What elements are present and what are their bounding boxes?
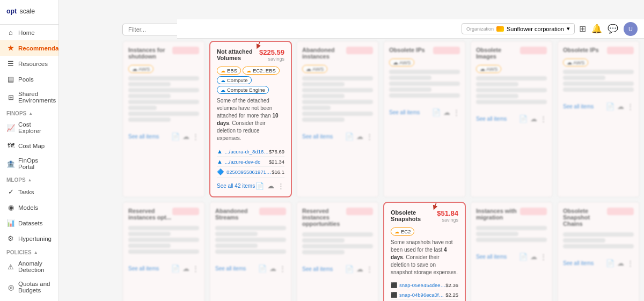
- svg-text:scale: scale: [20, 8, 35, 15]
- upload-icon[interactable]: ☁: [267, 182, 274, 190]
- not-attached-item-1: ▲ .../acura-dr_8d163af9-47f1-7ba1-ab0c-5…: [217, 146, 284, 157]
- org-name: Sunflower corporation: [507, 26, 564, 32]
- sidebar-item-datasets[interactable]: 📊 Datasets: [0, 215, 58, 231]
- sidebar-item-cost-explorer[interactable]: 📈 Cost Explorer: [0, 118, 58, 138]
- quotas-icon: ◎: [6, 283, 15, 291]
- sidebar-item-anomaly-detection[interactable]: ⚠ Anomaly Detection: [0, 256, 58, 277]
- org-chevron-icon: ▾: [567, 25, 570, 32]
- cards-grid: Instances for shutdown ☁ AWS See all ite…: [122, 41, 640, 301]
- item-cost-2: $21.34: [269, 159, 284, 165]
- shared-envs-icon: ⊞: [6, 93, 15, 101]
- sidebar: opt scale ⌂ Home ★ Recommendations ☰ Res…: [0, 0, 59, 301]
- obsolete-snapshots-title: Obsolete Snapshots: [391, 209, 437, 222]
- sidebar-item-quotas-budgets[interactable]: ◎ Quotas and Budgets: [0, 277, 58, 297]
- tag-compute: ☁ Compute: [217, 76, 252, 84]
- sidebar-item-models[interactable]: ◉ Models: [0, 200, 58, 215]
- sidebar-item-tagging[interactable]: 🏷 Tagging: [0, 297, 58, 301]
- user-avatar[interactable]: U: [624, 22, 638, 36]
- tasks-icon: ✓: [6, 188, 15, 196]
- not-attached-item-2: ▲ .../azure-dev-dc $21.34: [217, 157, 284, 167]
- tag-ebs: ☁ EBS: [217, 67, 241, 75]
- models-icon: ◉: [6, 203, 15, 211]
- blurred-card-4: Obsolete IPs ☁ AWS See all items 📄☁⋮: [383, 41, 466, 197]
- snap-cost-2: $2.25: [445, 292, 458, 298]
- not-attached-tags: ☁ EBS ☁ EC2::EBS ☁ Compute ☁ Compute Eng…: [217, 67, 284, 94]
- org-label: Organization: [466, 26, 494, 32]
- sidebar-item-tasks[interactable]: ✓ Tasks: [0, 184, 58, 200]
- blurred-row2-card6: Obsolete Snapshot Chains See all items 📄…: [557, 202, 640, 301]
- blurred-card-1: Instances for shutdown ☁ AWS See all ite…: [122, 41, 205, 197]
- chat-icon[interactable]: 💬: [608, 24, 618, 34]
- not-attached-title: Not attached Volumes: [217, 48, 259, 61]
- blurred-row2-card2: Abandoned Streams See all items 📄☁⋮: [209, 202, 292, 301]
- mlops-section: MLOPS ▲: [0, 174, 58, 184]
- snap-name-2: snap-04b96eca0fa400096: [399, 292, 445, 298]
- sidebar-item-recommendations[interactable]: ★ Recommendations: [0, 40, 58, 56]
- more-icon[interactable]: ⋮: [277, 182, 284, 190]
- cost-explorer-icon: 📈: [6, 124, 15, 132]
- obsolete-snapshots-savings: $51.84: [437, 209, 458, 217]
- tag-compute-engine: ☁ Compute Engine: [217, 86, 269, 94]
- obsolete-snap-item-2: ⬛ snap-04b96eca0fa400096 $2.25: [391, 290, 458, 300]
- item-name-3: 825039558619714672 4: [226, 169, 272, 175]
- obsolete-snapshots-desc: Some snapshots have not been used for th…: [391, 239, 458, 276]
- download-icon[interactable]: 📄: [255, 182, 264, 190]
- blurred-card-6: Obsolete IPs ☁ AWS See all items 📄☁⋮: [557, 41, 640, 197]
- item-cost-1: $76.69: [269, 149, 284, 155]
- hypertuning-icon: ⚙: [6, 234, 15, 243]
- sidebar-item-home[interactable]: ⌂ Home: [0, 25, 58, 40]
- topbar: Organization Sunflower corporation ▾ ⊞ 🔔…: [177, 19, 644, 39]
- finops-section: FINOPS ▲: [0, 107, 58, 118]
- blurred-card-3: Abandoned instances ☁ AWS See all items …: [296, 41, 379, 197]
- home-icon: ⌂: [6, 28, 15, 36]
- not-attached-savings: $225.59: [259, 48, 284, 56]
- arrow-annotation-2: [422, 202, 454, 208]
- sidebar-item-resources[interactable]: ☰ Resources: [0, 56, 58, 71]
- cost-map-icon: 🗺: [6, 142, 15, 150]
- org-icon: [496, 26, 504, 32]
- blurred-card-5: Obsolete Images ☁ AWS See all items 📄☁⋮: [470, 41, 553, 197]
- tag-ec2: ☁ EC2: [391, 227, 414, 236]
- pools-icon: ▤: [6, 75, 15, 83]
- obsolete-snap-item-1: ⬛ snap-05ee454deeffe599a $2.36: [391, 281, 458, 290]
- item-name-2: .../azure-dev-dc: [225, 159, 269, 165]
- arrow-annotation-1: [243, 41, 275, 47]
- snap-cost-1: $2.36: [445, 282, 458, 288]
- svg-line-4: [435, 202, 446, 205]
- not-attached-footer: See all 42 items 📄 ☁ ⋮: [217, 182, 284, 190]
- sidebar-item-cost-map[interactable]: 🗺 Cost Map: [0, 138, 58, 153]
- policies-section: POLICIES ▲: [0, 246, 58, 256]
- not-attached-item-3: 🔷 825039558619714672 4 $16.1: [217, 167, 284, 178]
- not-attached-volumes-card: Not attached Volumes $225.59 savings ☁ E…: [209, 41, 292, 197]
- obsolete-snapshots-tags: ☁ EC2: [391, 227, 458, 236]
- datasets-icon: 📊: [6, 219, 15, 227]
- grid-icon[interactable]: ⊞: [579, 24, 586, 34]
- blurred-row2-card3: Reserved instances opportunities See all…: [296, 202, 379, 301]
- main-content: Organization Sunflower corporation ▾ ⊞ 🔔…: [118, 19, 644, 301]
- sidebar-item-shared-environments[interactable]: ⊞ Shared Environments: [0, 87, 58, 107]
- content-area: Instances for shutdown ☁ AWS See all ite…: [118, 19, 644, 301]
- not-attached-desc: Some of the detached volumes have not be…: [217, 97, 284, 142]
- item-name-1: .../acura-dr_8d163af9-47f1-7ba1-ab0c-5b2…: [225, 149, 269, 155]
- mlops-arrow: ▲: [28, 178, 32, 182]
- svg-line-2: [259, 41, 269, 45]
- obsolete-snapshots-savings-label: savings: [437, 217, 458, 223]
- bell-icon[interactable]: 🔔: [591, 24, 602, 34]
- resources-icon: ☰: [6, 60, 15, 68]
- sidebar-item-hypertuning[interactable]: ⚙ Hypertuning: [0, 231, 58, 246]
- snap-name-1: snap-05ee454deeffe599a: [399, 282, 445, 288]
- sidebar-item-finops-portal[interactable]: 🏦 FinOps Portal: [0, 153, 58, 174]
- blurred-row2-card1: Reserved instances opt... See all items …: [122, 202, 205, 301]
- policies-arrow: ▲: [34, 250, 38, 255]
- sidebar-item-pools[interactable]: ▤ Pools: [0, 71, 58, 87]
- recommendations-icon: ★: [6, 44, 15, 52]
- tag-ec2-ebs: ☁ EC2::EBS: [243, 67, 280, 75]
- svg-text:opt: opt: [6, 8, 17, 15]
- org-selector[interactable]: Organization Sunflower corporation ▾: [462, 23, 575, 34]
- finops-arrow: ▲: [28, 111, 33, 116]
- not-attached-savings-label: savings: [259, 56, 284, 62]
- finops-portal-icon: 🏦: [6, 160, 15, 168]
- anomaly-icon: ⚠: [6, 263, 15, 271]
- not-attached-see-all[interactable]: See all 42 items: [217, 183, 255, 189]
- blurred-row2-card5: Instances with migration See all items 📄…: [470, 202, 553, 301]
